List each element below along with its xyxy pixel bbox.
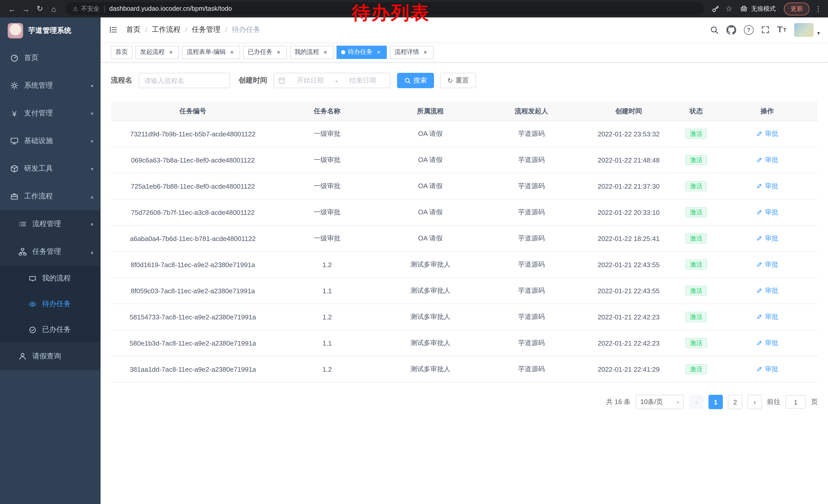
sidebar-item-infra[interactable]: 基础设施 ▾ [0,127,100,155]
sidebar-item-home[interactable]: 首页 [0,44,100,72]
sidebar-item-leave-query[interactable]: 请假查询 [0,342,100,370]
sidebar-item-done-task[interactable]: 已办任务 [0,317,100,342]
page-button-2[interactable]: 2 [728,395,742,409]
browser-home-icon[interactable]: ⌂ [47,4,60,13]
approve-link[interactable]: 审批 [756,208,778,217]
column-header[interactable]: 任务编号 [111,101,275,121]
update-button[interactable]: 更新 [784,2,810,15]
avatar[interactable] [794,23,814,37]
column-header[interactable]: 任务名称 [275,101,379,121]
reset-button[interactable]: ↻ 重置 [440,73,476,88]
sidebar-item-devtools[interactable]: 研发工具 ▾ [0,155,100,183]
approve-link[interactable]: 审批 [756,182,778,191]
process-name-input[interactable] [138,73,230,88]
key-icon[interactable] [709,5,722,13]
tab[interactable]: 已办任务 × [243,45,287,59]
breadcrumb: 首页 / 工作流程 / 任务管理 / 待办任务 [126,25,260,34]
column-header[interactable]: 状态 [676,101,717,121]
sidebar-background [0,370,100,504]
approve-link[interactable]: 审批 [756,338,778,348]
tabs-bar: 首页 × 发起流程 × 流程表单-编辑 × [100,42,828,62]
sidebar-toggle-icon[interactable] [109,26,118,34]
cell-status: 激活 [676,330,717,356]
approve-link[interactable]: 审批 [756,365,778,374]
fullscreen-icon[interactable] [761,26,770,34]
sidebar-item-system[interactable]: 系统管理 ▾ [0,72,100,99]
breadcrumb-workflow[interactable]: 工作流程 [152,25,180,34]
cell-created-time: 2022-01-22 23:53:32 [581,121,676,147]
browser-forward-icon[interactable]: → [19,4,33,13]
table-header-row: 任务编号 任务名称 所属流程 流程发起人 创建时间 状态 [111,101,818,121]
close-icon[interactable]: × [375,48,382,56]
date-range-input[interactable]: 开始日期 - 结束日期 [274,73,390,88]
tab[interactable]: 发起流程 × [135,45,179,59]
column-header[interactable]: 所属流程 [379,101,481,121]
approve-link[interactable]: 审批 [756,234,778,243]
cell-action: 审批 [717,225,818,251]
search-button[interactable]: 搜索 [397,73,434,88]
approve-link[interactable]: 审批 [756,260,778,269]
sidebar-item-task-management[interactable]: 任务管理 ▴ [0,238,100,266]
cell-created-time: 2022-01-22 20:33:10 [581,199,676,225]
help-icon[interactable]: ? [744,25,754,35]
tab[interactable]: 我的流程 × [290,45,333,59]
browser-menu-icon[interactable]: ⋮ [814,5,823,13]
edit-icon [756,366,763,372]
breadcrumb-task-management[interactable]: 任务管理 [192,25,220,34]
column-header[interactable]: 操作 [717,101,818,121]
tab[interactable]: 流程表单-编辑 × [182,45,240,59]
tab[interactable]: 待办任务 × [336,45,387,59]
sidebar-item-process-management[interactable]: 流程管理 ▾ [0,210,100,238]
list-icon [18,220,27,228]
cell-created-time: 2022-01-21 22:43:55 [581,278,676,304]
prev-page-button[interactable]: ‹ [689,395,703,409]
cell-task-id: a6aba0a4-7b6d-11ec-b781-acde48001122 [111,225,275,251]
search-icon[interactable] [710,26,719,34]
sidebar-item-my-process[interactable]: 我的流程 [0,266,100,291]
cell-task-name: 一级审批 [275,121,379,147]
cell-status: 激活 [676,121,717,147]
page-button-1[interactable]: 1 [708,395,723,409]
monitor-icon [10,137,18,145]
chevron-down-icon[interactable]: ▾ [817,30,820,37]
github-icon[interactable] [727,25,736,35]
tab[interactable]: 首页 × [111,45,132,59]
close-icon[interactable]: × [322,48,329,56]
font-size-icon[interactable]: TT [777,25,786,35]
close-icon[interactable]: × [422,48,429,56]
browser-reload-icon[interactable]: ↻ [33,4,47,13]
sidebar-item-todo-task[interactable]: 待办任务 [0,291,100,317]
approve-link[interactable]: 审批 [756,155,778,165]
page-size-select[interactable]: 10条/页 ▾ [636,395,684,409]
approve-link[interactable]: 审批 [756,312,778,321]
close-icon[interactable]: × [275,48,282,56]
status-badge: 激活 [686,129,707,139]
table-row: 58154733-7ac8-11ec-a9e2-a2380e71991a 1.2… [111,304,818,330]
approve-link[interactable]: 审批 [756,129,778,138]
next-page-button[interactable]: › [747,395,762,409]
sidebar-item-payment[interactable]: ¥ 支付管理 ▾ [0,99,100,127]
edit-icon [756,183,763,189]
sidebar-item-workflow[interactable]: 工作流程 ▴ [0,183,100,210]
cell-process: OA 请假 [379,225,481,251]
column-header[interactable]: 流程发起人 [481,101,581,121]
breadcrumb-home[interactable]: 首页 [126,25,140,34]
cell-created-time: 2022-01-21 22:41:29 [581,356,676,382]
close-icon[interactable]: × [167,48,174,56]
close-icon[interactable]: × [228,48,236,56]
column-header[interactable]: 创建时间 [581,101,676,121]
table-row: a6aba0a4-7b6d-11ec-b781-acde48001122 一级审… [111,225,818,251]
sidebar-item-label: 基础设施 [24,136,85,146]
chevron-down-icon: ▾ [91,138,93,144]
cell-process: 测试多审批人 [379,304,481,330]
active-dot [341,50,345,54]
table-row: 8f059c03-7ac8-11ec-a9e2-a2380e71991a 1.1… [111,278,818,304]
goto-page-input[interactable] [785,395,806,409]
bookmark-star-icon[interactable]: ☆ [722,4,736,13]
screen: 待办列表 ← → ↻ ⌂ ⚠ 不安全 dashboard.yudao.iocod… [0,0,828,504]
sidebar-item-label: 流程管理 [32,220,85,229]
browser-back-icon[interactable]: ← [5,4,19,13]
tab[interactable]: 流程详情 × [390,45,433,59]
approve-link[interactable]: 审批 [756,286,778,295]
cell-status: 激活 [676,147,717,173]
